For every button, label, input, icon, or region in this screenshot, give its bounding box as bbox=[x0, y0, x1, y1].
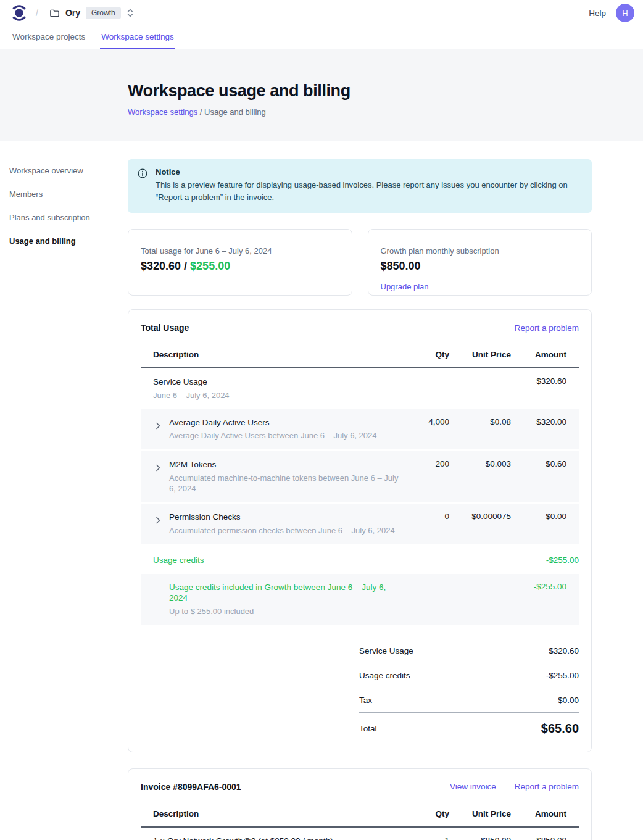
row-amount: -$255.00 bbox=[511, 545, 579, 574]
summary-value: $320.60 bbox=[549, 646, 579, 655]
preview-notice: Notice This is a preview feature for dis… bbox=[128, 159, 592, 213]
info-icon bbox=[138, 168, 147, 178]
chevron-right-icon[interactable] bbox=[153, 515, 163, 525]
row-title: 1 × Ory Network Growth@0 (at $850.00 / m… bbox=[153, 836, 400, 840]
tab-workspace-projects[interactable]: Workspace projects bbox=[11, 27, 86, 49]
row-unit-price: $0.000075 bbox=[449, 503, 511, 545]
settings-sidebar: Workspace overview Members Plans and sub… bbox=[0, 141, 128, 257]
help-link[interactable]: Help bbox=[589, 9, 606, 18]
summary-row-tax: Tax $0.00 bbox=[359, 688, 579, 713]
column-amount: Amount bbox=[511, 804, 579, 827]
row-title: M2M Tokens bbox=[169, 459, 400, 470]
plan-card-label: Growth plan monthly subscription bbox=[381, 246, 579, 256]
column-qty: Qty bbox=[400, 345, 449, 368]
upgrade-plan-link[interactable]: Upgrade plan bbox=[381, 282, 429, 291]
total-usage-card-amount: $320.60 / $255.00 bbox=[141, 260, 339, 273]
column-description: Description bbox=[141, 345, 400, 368]
row-unit-price: $0.08 bbox=[449, 409, 511, 451]
row-subtitle: June 6 – July 6, 2024 bbox=[153, 391, 400, 401]
table-row-service-usage: Service Usage June 6 – July 6, 2024 $320… bbox=[141, 368, 579, 409]
sidebar-item-workspace-overview[interactable]: Workspace overview bbox=[9, 163, 128, 178]
column-qty: Qty bbox=[400, 804, 449, 827]
usage-summary: Service Usage $320.60 Usage credits -$25… bbox=[359, 639, 579, 736]
breadcrumb-link-workspace-settings[interactable]: Workspace settings bbox=[128, 107, 197, 117]
total-label: Total bbox=[359, 724, 377, 733]
summary-label: Usage credits bbox=[359, 671, 410, 680]
workspace-name[interactable]: Ory bbox=[65, 8, 80, 18]
usage-credit-amount: $255.00 bbox=[190, 260, 230, 272]
invoice-table: Description Qty Unit Price Amount 1 × Or… bbox=[141, 804, 579, 840]
row-subtitle: Average Daily Active Users between June … bbox=[169, 431, 377, 441]
sidebar-item-members[interactable]: Members bbox=[9, 186, 128, 202]
tab-workspace-settings[interactable]: Workspace settings bbox=[100, 27, 175, 49]
sidebar-item-plans-and-subscription[interactable]: Plans and subscription bbox=[9, 210, 128, 225]
workspace-switcher-icon[interactable] bbox=[126, 8, 135, 18]
row-title: Average Daily Active Users bbox=[169, 417, 377, 428]
column-unit-price: Unit Price bbox=[449, 804, 511, 827]
page-header: Workspace usage and billing Workspace se… bbox=[0, 49, 643, 141]
invoice-table-header-row: Description Qty Unit Price Amount bbox=[141, 804, 579, 827]
usage-table: Description Qty Unit Price Amount Servic… bbox=[141, 345, 579, 625]
page-title: Workspace usage and billing bbox=[128, 81, 643, 101]
summary-row-total: Total $65.60 bbox=[359, 713, 579, 736]
total-usage-card-label: Total usage for June 6 – July 6, 2024 bbox=[141, 246, 339, 256]
summary-value: -$255.00 bbox=[546, 671, 579, 680]
chevron-right-icon[interactable] bbox=[153, 421, 163, 431]
table-row-usage-credits: Usage credits -$255.00 bbox=[141, 545, 579, 574]
path-separator: / bbox=[36, 8, 38, 18]
usage-amount: $320.60 bbox=[141, 260, 181, 272]
table-row-permission-checks: Permission Checks Accumulated permission… bbox=[141, 503, 579, 545]
ory-logo-icon[interactable] bbox=[11, 4, 27, 22]
plan-badge: Growth bbox=[86, 7, 121, 19]
avatar[interactable]: H bbox=[616, 4, 634, 22]
summary-row-usage-credits: Usage credits -$255.00 bbox=[359, 663, 579, 688]
table-row-average-daily-active-users: Average Daily Active Users Average Daily… bbox=[141, 409, 579, 451]
report-problem-link[interactable]: Report a problem bbox=[515, 782, 579, 791]
topbar: / Ory Growth Help H bbox=[0, 0, 643, 26]
row-subtitle: Accumulated permission checks between Ju… bbox=[169, 526, 395, 536]
table-row-m2m-tokens: M2M Tokens Accumulated machine-to-machin… bbox=[141, 451, 579, 503]
row-qty: 0 bbox=[400, 503, 449, 545]
breadcrumb-current: / Usage and billing bbox=[197, 107, 266, 117]
total-usage-panel: Total Usage Report a problem Description… bbox=[128, 309, 592, 752]
row-qty: 4,000 bbox=[400, 409, 449, 451]
column-description: Description bbox=[141, 804, 400, 827]
chevron-right-icon[interactable] bbox=[153, 463, 163, 473]
row-subtitle: Up to $ 255.00 included bbox=[169, 607, 400, 617]
column-unit-price: Unit Price bbox=[449, 345, 511, 368]
usage-table-header-row: Description Qty Unit Price Amount bbox=[141, 345, 579, 368]
view-invoice-link[interactable]: View invoice bbox=[450, 782, 496, 791]
plan-card: Growth plan monthly subscription $850.00… bbox=[368, 229, 592, 296]
row-title: Usage credits bbox=[141, 545, 400, 574]
workspace-tabbar: Workspace projects Workspace settings bbox=[0, 26, 643, 49]
row-amount: $320.00 bbox=[511, 409, 579, 451]
row-amount: $0.00 bbox=[511, 503, 579, 545]
notice-title: Notice bbox=[156, 167, 579, 177]
row-title: Service Usage bbox=[153, 376, 400, 388]
invoice-panel-title: Invoice #8099AFA6-0001 bbox=[141, 782, 241, 792]
row-amount: -$255.00 bbox=[511, 574, 579, 625]
summary-value: $0.00 bbox=[558, 696, 579, 705]
row-unit-price: $0.003 bbox=[449, 451, 511, 503]
table-row-usage-credits-detail: Usage credits included in Growth between… bbox=[141, 574, 579, 625]
row-amount: $0.60 bbox=[511, 451, 579, 503]
total-usage-card: Total usage for June 6 – July 6, 2024 $3… bbox=[128, 229, 352, 296]
table-row-ory-network-growth: 1 × Ory Network Growth@0 (at $850.00 / m… bbox=[141, 827, 579, 840]
usage-separator: / bbox=[181, 260, 190, 272]
row-qty: 200 bbox=[400, 451, 449, 503]
column-amount: Amount bbox=[511, 345, 579, 368]
report-problem-link[interactable]: Report a problem bbox=[515, 323, 579, 333]
breadcrumb: Workspace settings / Usage and billing bbox=[128, 107, 643, 117]
invoice-panel: Invoice #8099AFA6-0001 View invoice Repo… bbox=[128, 768, 592, 840]
notice-body: This is a preview feature for displaying… bbox=[156, 179, 579, 204]
summary-label: Service Usage bbox=[359, 646, 413, 655]
row-unit-price: $850.00 bbox=[449, 827, 511, 840]
row-amount: $320.60 bbox=[511, 368, 579, 409]
main-content: Notice This is a preview feature for dis… bbox=[128, 141, 592, 840]
row-qty: 1 bbox=[400, 827, 449, 840]
plan-card-amount: $850.00 bbox=[381, 260, 579, 273]
total-value: $65.60 bbox=[541, 721, 579, 736]
sidebar-item-usage-and-billing[interactable]: Usage and billing bbox=[9, 233, 128, 249]
row-title: Permission Checks bbox=[169, 512, 395, 523]
row-subtitle: Accumulated machine-to-machine tokens be… bbox=[169, 473, 400, 494]
